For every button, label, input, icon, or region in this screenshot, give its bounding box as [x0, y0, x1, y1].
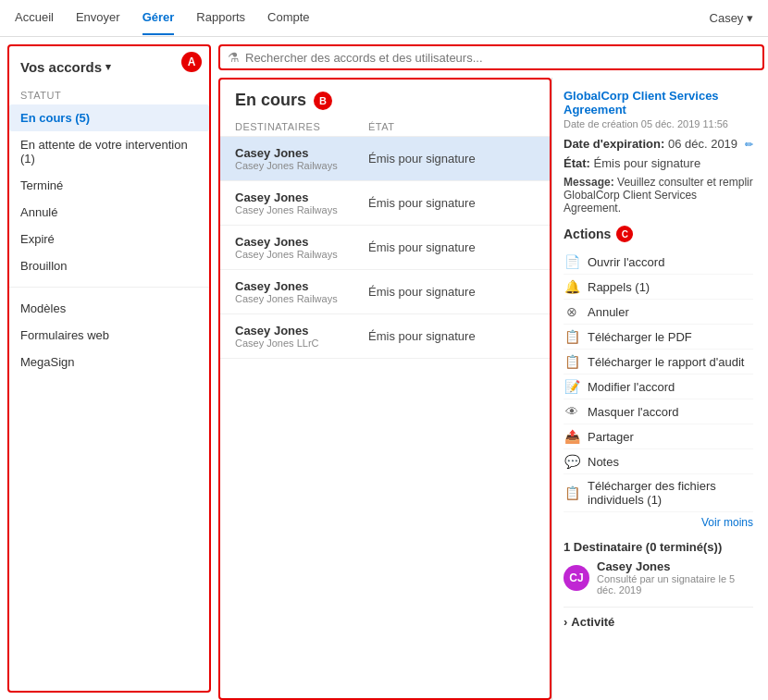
- top-nav: Accueil Envoyer Gérer Rapports Compte Ca…: [0, 0, 768, 37]
- row-dest-1: Casey Jones Casey Jones Railways: [235, 190, 368, 215]
- row-state-2: Émis pour signature: [368, 240, 535, 254]
- action-modifier[interactable]: 📝 Modifier l'accord: [564, 375, 753, 399]
- panel-actions-title: Actions C: [564, 226, 753, 242]
- edit-icon[interactable]: ✏: [745, 139, 753, 150]
- nav-compte[interactable]: Compte: [267, 1, 310, 35]
- hide-icon: 👁: [564, 404, 580, 419]
- row-company-0: Casey Jones Railways: [235, 160, 368, 171]
- panel-title: GlobalCorp Client Services Agreement: [564, 89, 753, 117]
- table-header: DESTINATAIRES ÉTAT: [220, 117, 550, 137]
- filter-icon[interactable]: ⚗: [228, 50, 240, 65]
- row-dest-3: Casey Jones Casey Jones Railways: [235, 279, 368, 304]
- panel-state: État: Émis pour signature: [564, 156, 753, 170]
- row-name-4: Casey Jones: [235, 324, 368, 338]
- col-header-dest: DESTINATAIRES: [235, 121, 368, 132]
- content-area: ⚗ En cours B DESTINATAIRES ÉTAT Casey Jo…: [218, 37, 768, 700]
- avatar: CJ: [564, 565, 589, 591]
- action-telecharger-individuels[interactable]: 📋 Télécharger des fichiers individuels (…: [564, 474, 753, 512]
- table-row[interactable]: Casey Jones Casey Jones LLrC Émis pour s…: [220, 314, 550, 359]
- sidebar-item-modeles[interactable]: Modèles: [9, 295, 209, 322]
- action-ouvrir[interactable]: 📄 Ouvrir l'accord: [564, 250, 753, 275]
- statut-label: STATUT: [9, 84, 209, 104]
- action-label: Masquer l'accord: [588, 405, 679, 419]
- col-header-state: ÉTAT: [368, 121, 535, 132]
- activity-label: Activité: [571, 615, 614, 629]
- table-title: En cours B: [220, 80, 550, 117]
- action-telecharger-audit[interactable]: 📋 Télécharger le rapport d'audit: [564, 350, 753, 375]
- badge-b: B: [314, 92, 332, 110]
- sidebar-header[interactable]: Vos accords ▾: [9, 54, 209, 84]
- row-state-4: Émis pour signature: [368, 329, 535, 343]
- sidebar-title: Vos accords: [20, 59, 102, 75]
- row-dest-0: Casey Jones Casey Jones Railways: [235, 146, 368, 171]
- row-company-4: Casey Jones LLrC: [235, 338, 368, 349]
- sidebar-item-brouillon[interactable]: Brouillon: [9, 252, 209, 279]
- row-company-1: Casey Jones Railways: [235, 204, 368, 215]
- row-name-2: Casey Jones: [235, 235, 368, 249]
- table-area: En cours B DESTINATAIRES ÉTAT Casey Jone…: [218, 78, 551, 700]
- panel-expiry-value: 06 déc. 2019: [668, 137, 737, 151]
- row-name-0: Casey Jones: [235, 146, 368, 160]
- panel-expiry: Date d'expiration: 06 déc. 2019 ✏: [564, 137, 753, 151]
- table-row[interactable]: Casey Jones Casey Jones Railways Émis po…: [220, 270, 550, 314]
- sidebar: Vos accords ▾ A STATUT En cours (5) En a…: [7, 44, 211, 693]
- main-layout: Vos accords ▾ A STATUT En cours (5) En a…: [0, 37, 768, 700]
- document-icon: 📄: [564, 254, 580, 269]
- nav-rapports[interactable]: Rapports: [196, 1, 245, 35]
- action-label: Rappels (1): [588, 280, 650, 294]
- activity-section: › Activité: [564, 607, 753, 629]
- nav-gerer[interactable]: Gérer: [142, 1, 175, 35]
- recipient-section: 1 Destinataire (0 terminé(s)) CJ Casey J…: [564, 540, 753, 596]
- sidebar-item-megasign[interactable]: MegaSign: [9, 349, 209, 375]
- panel-message-label: Message:: [564, 176, 614, 189]
- search-bar: ⚗: [218, 44, 764, 70]
- action-masquer[interactable]: 👁 Masquer l'accord: [564, 399, 753, 424]
- row-state-3: Émis pour signature: [368, 285, 535, 299]
- action-rappels[interactable]: 🔔 Rappels (1): [564, 275, 753, 300]
- user-menu[interactable]: Casey: [710, 11, 753, 25]
- table-row[interactable]: Casey Jones Casey Jones Railways Émis po…: [220, 181, 550, 226]
- action-label: Télécharger le rapport d'audit: [588, 355, 744, 369]
- sidebar-item-en-cours[interactable]: En cours (5): [9, 104, 209, 131]
- sidebar-item-annule[interactable]: Annulé: [9, 199, 209, 226]
- row-dest-4: Casey Jones Casey Jones LLrC: [235, 324, 368, 349]
- nav-accueil[interactable]: Accueil: [15, 1, 54, 35]
- row-company-3: Casey Jones Railways: [235, 293, 368, 304]
- action-label: Télécharger des fichiers individuels (1): [588, 479, 753, 507]
- action-label: Ouvrir l'accord: [588, 255, 664, 269]
- panel-meta: Date de création 05 déc. 2019 11:56: [564, 118, 753, 129]
- activity-toggle[interactable]: › Activité: [564, 615, 753, 629]
- sidebar-item-en-attente[interactable]: En attente de votre intervention (1): [9, 131, 209, 172]
- table-row[interactable]: Casey Jones Casey Jones Railways Émis po…: [220, 137, 550, 181]
- badge-a: A: [181, 52, 202, 72]
- pdf-icon: 📋: [564, 329, 580, 344]
- row-name-3: Casey Jones: [235, 279, 368, 293]
- recipient-row: CJ Casey Jones Consulté par un signatair…: [564, 559, 753, 596]
- table-row[interactable]: Casey Jones Casey Jones Railways Émis po…: [220, 226, 550, 270]
- notes-icon: 💬: [564, 454, 580, 469]
- action-telecharger-pdf[interactable]: 📋 Télécharger le PDF: [564, 325, 753, 350]
- edit-accord-icon: 📝: [564, 379, 580, 394]
- action-annuler[interactable]: ⊗ Annuler: [564, 300, 753, 325]
- sidebar-item-expire[interactable]: Expiré: [9, 226, 209, 252]
- search-input[interactable]: [245, 51, 755, 65]
- panel-state-value: Émis pour signature: [594, 156, 701, 170]
- action-label: Annuler: [588, 305, 629, 319]
- sidebar-item-termine[interactable]: Terminé: [9, 172, 209, 199]
- recipient-name: Casey Jones: [597, 559, 753, 573]
- panel-message: Message: Veuillez consulter et remplir G…: [564, 176, 753, 215]
- sidebar-item-formulaires[interactable]: Formulaires web: [9, 322, 209, 349]
- action-partager[interactable]: 📤 Partager: [564, 424, 753, 449]
- view-more-link[interactable]: Voir moins: [564, 516, 753, 529]
- row-company-2: Casey Jones Railways: [235, 249, 368, 260]
- chevron-down-icon: ▾: [105, 61, 111, 73]
- action-notes[interactable]: 💬 Notes: [564, 449, 753, 474]
- nav-envoyer[interactable]: Envoyer: [76, 1, 120, 35]
- bell-icon: 🔔: [564, 279, 580, 294]
- row-dest-2: Casey Jones Casey Jones Railways: [235, 235, 368, 260]
- row-state-0: Émis pour signature: [368, 152, 535, 166]
- action-label: Télécharger le PDF: [588, 330, 692, 344]
- action-label: Notes: [588, 455, 619, 469]
- right-panel: GlobalCorp Client Services Agreement Dat…: [551, 78, 764, 700]
- files-icon: 📋: [564, 485, 580, 500]
